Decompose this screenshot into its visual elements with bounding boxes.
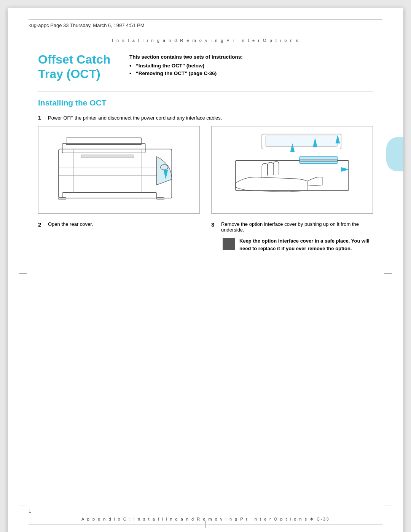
step-1-number: 1 [38,114,45,121]
bottom-center-mark [202,521,209,528]
main-content: I n s t a l l i n g a n d R e m o v i n … [38,38,373,502]
diagram-right [211,126,373,214]
caption-row: 2 Open the rear cover. 3 Remove the opti… [38,221,373,252]
step-1-text: Power OFF the printer and disconnect the… [48,114,222,122]
bullet-item-1: “Installing the OCT” (below) [129,63,373,69]
bullet-text-1: “Installing the OCT” (below) [136,63,204,69]
caption-left: 2 Open the rear cover. [38,221,200,252]
step-2-number: 2 [38,221,45,228]
page-title-line2: Tray (OCT) [38,67,114,81]
section-heading: Installing the OCT [38,98,373,107]
corner-mark-br [381,498,392,509]
corner-mark-bl [19,498,30,509]
diagram-left [38,126,200,214]
printer-svg-left [38,126,199,213]
caption-right: 3 Remove the option interface cover by p… [211,221,373,252]
diagrams-row [38,126,373,214]
page-title-line1: Offset Catch [38,52,114,67]
svg-rect-12 [157,198,164,200]
header-bar: kug-appc Page 33 Thursday, March 6, 1997… [29,19,382,29]
note-box: Keep the option interface cover in a saf… [223,237,373,252]
bullet-list: “Installing the OCT” (below) “Removing t… [129,63,373,77]
step-3-row: 3 Remove the option interface cover by p… [211,221,373,233]
step-3-number: 3 [211,221,218,228]
printer-svg-right [212,126,373,213]
title-block: Offset Catch Tray (OCT) [38,52,114,81]
step-2-row: 2 Open the rear cover. [38,221,200,228]
svg-rect-5 [62,193,157,198]
instructions-block: This section contains two sets of instru… [129,52,373,78]
svg-rect-13 [236,160,349,190]
note-text: Keep the option interface cover in a saf… [239,237,373,252]
bullet-item-2: “Removing the OCT” (page C-36) [129,70,373,77]
step-3-text: Remove the option interface cover by pus… [221,221,373,233]
side-mark-left [19,270,27,278]
blue-tab [386,137,403,171]
step-2-text: Open the rear cover. [48,221,93,227]
top-section-label: I n s t a l l i n g a n d R e m o v i n … [38,38,373,43]
step-1-row: 1 Power OFF the printer and disconnect t… [38,114,373,122]
intro-section: Offset Catch Tray (OCT) This section con… [38,52,373,81]
page: kug-appc Page 33 Thursday, March 6, 1997… [8,8,403,532]
svg-rect-1 [62,144,145,153]
note-icon [223,238,235,250]
section-intro-text: This section contains two sets of instru… [129,54,373,60]
section-divider [38,91,373,91]
svg-rect-15 [266,136,337,147]
bullet-text-2: “Removing the OCT” (page C-36) [136,70,217,76]
svg-rect-21 [299,160,337,162]
side-mark-right [384,270,392,278]
svg-marker-20 [341,167,349,172]
l-mark: L [29,508,31,514]
svg-rect-10 [81,155,134,158]
header-text: kug-appc Page 33 Thursday, March 6, 1997… [29,22,144,28]
